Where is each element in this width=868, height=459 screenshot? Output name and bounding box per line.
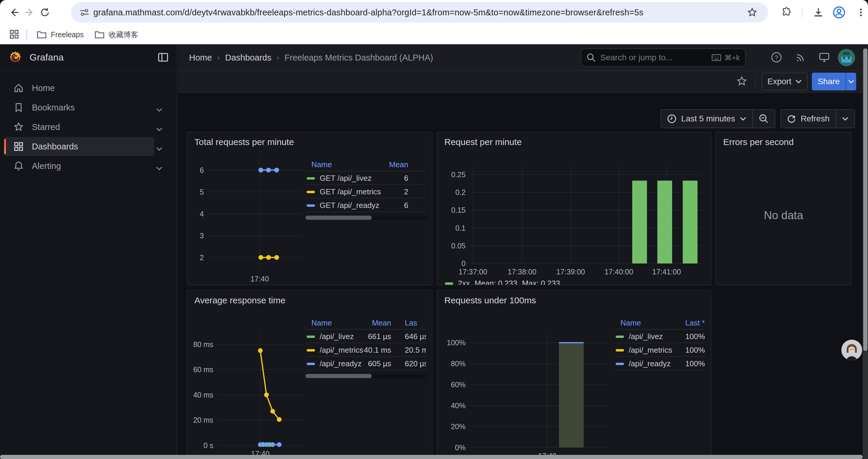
monitor-icon[interactable] — [818, 52, 830, 63]
sidebar-item-starred[interactable]: Starred — [4, 118, 154, 136]
refresh-interval-caret[interactable] — [836, 110, 855, 128]
chart-plot-area[interactable] — [470, 171, 703, 263]
sidebar-item-home[interactable]: Home — [4, 78, 154, 97]
legend-column-header[interactable]: Name — [620, 319, 641, 328]
search-shortcut: ⌘+k — [711, 54, 740, 62]
extensions-icon[interactable] — [779, 5, 794, 20]
profile-icon[interactable] — [832, 5, 846, 20]
legend-column-header[interactable]: Las — [405, 319, 417, 328]
legend-row[interactable]: /api/_livez100% — [615, 330, 705, 343]
legend-row[interactable]: /api/_readyz100% — [615, 357, 705, 370]
chart-plot-area[interactable] — [470, 338, 609, 448]
reload-icon[interactable] — [38, 5, 52, 20]
bookmark-folder-freeleaps[interactable]: Freeleaps — [32, 27, 88, 42]
legend-column-header[interactable]: Name — [311, 319, 332, 328]
legend-column-header[interactable]: Name — [311, 160, 332, 169]
share-button[interactable]: Share — [812, 73, 845, 90]
panel-request-per-minute: Request per minute 0.250.20.150.10.05017… — [437, 132, 711, 285]
legend-row[interactable]: /api/_readyz605 µs620 µs — [306, 357, 426, 370]
sidebar-item-label: Starred — [32, 122, 60, 132]
legend-series-name: /api/_readyz — [629, 359, 671, 368]
chevron-down-icon[interactable] — [156, 103, 162, 114]
bookmark-star-icon[interactable] — [746, 6, 759, 19]
brand-home-link[interactable]: Grafana — [0, 44, 177, 71]
share-menu-caret[interactable] — [845, 73, 856, 90]
menu-dots-icon[interactable] — [854, 5, 868, 20]
url-text[interactable]: grafana.mathmast.com/d/deytv4rwavabkb/fr… — [93, 8, 768, 18]
help-icon[interactable]: ? — [771, 52, 782, 63]
news-rss-icon[interactable] — [795, 52, 807, 63]
breadcrumb-item[interactable]: Dashboards — [225, 53, 271, 63]
legend-series-name: /api/_livez — [629, 332, 663, 341]
series-color-dash — [307, 177, 315, 179]
sidebar-item-label: Bookmarks — [32, 103, 75, 112]
chart-plot-area[interactable] — [209, 155, 303, 270]
favorite-star-icon[interactable] — [736, 76, 747, 87]
legend-row[interactable]: /api/_metrics40.1 ms20.5 ms — [306, 343, 426, 357]
folder-icon — [95, 30, 104, 39]
zoom-out-button[interactable] — [752, 110, 775, 128]
export-button[interactable]: Export — [762, 73, 808, 90]
assistant-avatar-bubble[interactable] — [841, 340, 862, 360]
legend-row[interactable]: /api/_livez661 µs646 µs — [306, 330, 426, 343]
address-bar[interactable]: grafana.mathmast.com/d/deytv4rwavabkb/fr… — [71, 2, 768, 23]
chevron-down-icon[interactable] — [156, 162, 162, 173]
x-axis-tick-label: 17:38:00 — [498, 268, 546, 276]
home-icon — [13, 83, 24, 93]
series-color-dash — [616, 363, 624, 365]
legend-row[interactable]: GET /api/_readyz6 — [306, 198, 426, 212]
sidebar-item-label: Alerting — [32, 161, 61, 171]
legend-value: 40.1 ms — [364, 346, 392, 355]
legend-value: 646 µs — [405, 332, 426, 341]
chevron-down-icon[interactable] — [156, 142, 162, 153]
panel-title[interactable]: Errors per second — [723, 137, 794, 147]
sidebar-item-alerting[interactable]: Alerting — [4, 157, 154, 175]
x-axis-tick-label: 17:40:00 — [595, 268, 643, 276]
legend-item[interactable]: 2xxMean: 0.233Max: 0.233 — [445, 279, 560, 285]
refresh-label: Refresh — [801, 114, 830, 124]
legend-scrollbar-thumb[interactable] — [306, 374, 372, 378]
sidebar-item-bookmarks[interactable]: Bookmarks — [4, 98, 154, 117]
sidebar-item-dashboards[interactable]: Dashboards — [4, 137, 154, 156]
horizontal-scrollbar[interactable] — [0, 455, 863, 459]
chart-plot-area[interactable] — [218, 337, 303, 446]
apps-grid-icon[interactable] — [7, 27, 21, 41]
legend-row[interactable]: GET /api/_livez6 — [306, 171, 426, 185]
panel-errors-per-second: Errors per second No data — [716, 132, 851, 285]
legend-scrollbar-thumb[interactable] — [306, 216, 372, 220]
series-color-dash — [307, 335, 315, 338]
y-axis-tick-label: 0.2 — [437, 188, 466, 197]
legend-value: 6 — [404, 174, 408, 183]
legend-scrollbar[interactable] — [306, 374, 426, 378]
legend-scrollbar[interactable] — [306, 216, 426, 220]
series-color-dash — [616, 335, 624, 338]
legend-row[interactable]: GET /api/_metrics2 — [306, 185, 426, 198]
vertical-scrollbar-thumb[interactable] — [863, 48, 867, 351]
user-avatar[interactable] — [838, 49, 855, 66]
breadcrumb-item[interactable]: Home — [189, 53, 212, 63]
legend-table: NameMeanLas/api/_livez661 µs646 µs/api/_… — [306, 318, 426, 383]
toolbar-separator — [802, 8, 802, 17]
refresh-group: Refresh — [780, 109, 855, 128]
legend-series-name: GET /api/_metrics — [320, 187, 381, 196]
search-input[interactable]: Search or jump to... ⌘+k — [581, 48, 746, 67]
back-icon[interactable] — [7, 5, 21, 20]
breadcrumb-item: Freeleaps Metrics Dashboard (ALPHA) — [284, 53, 433, 63]
legend-column-header[interactable]: Mean — [372, 319, 391, 328]
forward-icon[interactable] — [23, 5, 37, 20]
download-icon[interactable] — [811, 5, 826, 20]
legend-column-header[interactable]: Last * — [685, 319, 705, 328]
bookmark-folder-label: Freeleaps — [51, 30, 84, 39]
refresh-button[interactable]: Refresh — [781, 110, 836, 128]
sidebar-collapse-icon[interactable] — [158, 52, 168, 63]
legend-header: NameMean — [306, 160, 426, 171]
legend-series-name: GET /api/_livez — [320, 174, 372, 183]
legend-row[interactable]: /api/_metrics100% — [615, 343, 705, 357]
chevron-down-icon[interactable] — [156, 123, 162, 134]
bookmark-folder-blogs[interactable]: 收藏博客 — [90, 27, 143, 42]
time-range-picker[interactable]: Last 5 minutes — [661, 110, 752, 128]
site-settings-icon[interactable] — [78, 6, 91, 19]
legend-column-header[interactable]: Mean — [389, 160, 408, 169]
legend-header: NameLast * — [615, 318, 705, 330]
vertical-scrollbar[interactable] — [863, 48, 868, 459]
